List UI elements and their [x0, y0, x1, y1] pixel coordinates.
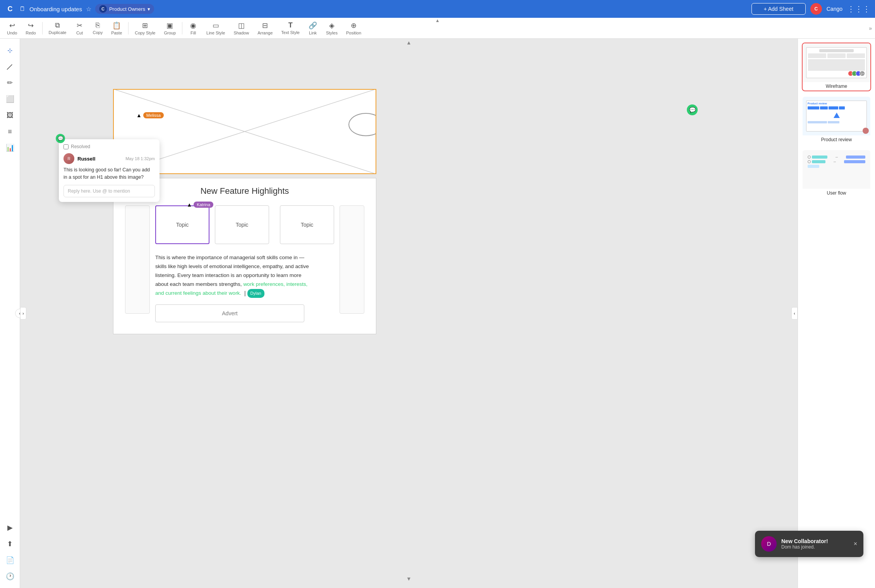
- group-button[interactable]: ▣ Group: [160, 20, 180, 37]
- comment-popup: 💬 Resolved R Russell May 18 1:32pm This …: [59, 139, 160, 202]
- user-flow-thumbnail: [803, 150, 870, 189]
- copy-style-label: Copy Style: [135, 31, 155, 35]
- right-panel-expand-button[interactable]: ‹: [791, 307, 798, 320]
- chevron-up-icon[interactable]: ▲: [406, 39, 412, 46]
- cut-label: Cut: [76, 31, 83, 35]
- fill-label: Fill: [190, 31, 196, 35]
- workspace-badge[interactable]: C Product Owners ▾: [95, 4, 154, 14]
- position-button[interactable]: ⊕ Position: [342, 20, 365, 37]
- sidebar-item-pencil[interactable]: ✏: [3, 76, 17, 90]
- topic-label-1: Topic: [176, 222, 189, 228]
- undo-button[interactable]: ↩ Undo: [3, 20, 21, 37]
- pr-block-5: [808, 121, 827, 123]
- sidebar-item-image[interactable]: 🖼: [3, 108, 17, 122]
- link-button[interactable]: 🔗 Link: [304, 20, 321, 37]
- sidebar-item-line[interactable]: |: [0, 57, 20, 77]
- sidebar-item-history[interactable]: 🕐: [3, 569, 17, 583]
- comment-reply-input[interactable]: Reply here. Use @ to mention: [63, 185, 155, 197]
- apps-grid-icon[interactable]: ⋮⋮⋮: [847, 4, 870, 14]
- section-heading: New Feature Highlights: [125, 186, 364, 196]
- copy-label: Copy: [93, 30, 103, 35]
- sheet-wireframe[interactable]: 2+ Wireframe: [802, 43, 871, 91]
- toolbar: ↩ Undo ↪ Redo ⧉ Duplicate ✂ Cut ⎘ Copy 📋…: [0, 18, 875, 39]
- line-style-icon: ▭: [213, 21, 219, 30]
- dylan-cursor: | Dylan: [244, 289, 264, 298]
- shadow-button[interactable]: ◫ Shadow: [230, 20, 253, 37]
- sidebar-item-chart[interactable]: 📊: [3, 141, 17, 155]
- sidebar-item-play[interactable]: ▶: [3, 521, 17, 535]
- sheet-user-flow[interactable]: User flow: [802, 149, 871, 198]
- pr-block-3: [829, 106, 838, 109]
- group-icon: ▣: [166, 21, 173, 30]
- text-style-button[interactable]: T Text Style: [277, 20, 304, 36]
- uf-thumb-content: [806, 154, 867, 185]
- topic-label-3: Topic: [301, 222, 314, 228]
- arrange-button[interactable]: ⊟ Arrange: [254, 20, 276, 37]
- document-title[interactable]: Onboarding updates: [29, 6, 82, 12]
- link-icon: 🔗: [309, 21, 317, 30]
- pr-title-text: Product review: [808, 102, 866, 105]
- sidebar-item-page[interactable]: 📄: [3, 553, 17, 567]
- add-sheet-button[interactable]: + Add Sheet: [751, 3, 806, 15]
- duplicate-icon: ⧉: [55, 21, 60, 29]
- redo-button[interactable]: ↪ Redo: [22, 20, 39, 37]
- main-layout: ⊹ | ✏ ⬜ 🖼 ≡ 📊 ▶ ⬆ 📄 🕐 ‹ ▲ 💬 ▲ Melissa: [0, 39, 875, 588]
- fill-icon: ◉: [190, 21, 196, 30]
- canvas-area[interactable]: ▲ 💬 ▲ Melissa 💬 Resolved R: [20, 39, 798, 588]
- wf-row-2: [808, 59, 865, 71]
- line-style-button[interactable]: ▭ Line Style: [202, 20, 229, 37]
- chevron-down-icon[interactable]: ▼: [406, 576, 412, 582]
- topic-grid: Topic ▲ Katrina Topic Topic: [155, 205, 334, 244]
- comment-popup-icon: 💬: [56, 134, 65, 143]
- pr-thumb-content: Product review: [806, 101, 867, 132]
- uf-sm-1: [808, 165, 819, 168]
- topic-box-2[interactable]: Topic: [215, 205, 269, 244]
- pr-triangle: [834, 113, 840, 118]
- body-text: This is where the importance of manageri…: [155, 253, 310, 298]
- toolbar-more[interactable]: »: [869, 25, 872, 31]
- fill-button[interactable]: ◉ Fill: [185, 20, 202, 37]
- wireframe-label: Wireframe: [803, 82, 870, 91]
- duplicate-label: Duplicate: [49, 30, 67, 35]
- toolbar-collapse-arrow[interactable]: ▲: [435, 18, 440, 23]
- comment-icon-canvas[interactable]: 💬: [687, 104, 698, 115]
- sidebar-item-select[interactable]: ⊹: [3, 43, 17, 57]
- comment-header: R Russell May 18 1:32pm: [63, 153, 155, 164]
- toast-avatar: D: [761, 536, 777, 552]
- wf-cell-3: [847, 53, 865, 58]
- sidebar-item-text[interactable]: ≡: [3, 125, 17, 138]
- copy-button[interactable]: ⎘ Copy: [89, 20, 106, 36]
- wf-cell-1: [808, 53, 826, 58]
- pr-avatar: [863, 128, 869, 134]
- resolved-checkbox[interactable]: [63, 144, 69, 149]
- link-label: Link: [309, 31, 317, 35]
- styles-label: Styles: [326, 31, 338, 35]
- toast-close-button[interactable]: ×: [854, 540, 857, 547]
- shadow-label: Shadow: [233, 31, 249, 35]
- toast-title: New Collaborator!: [781, 538, 828, 544]
- toast-subtitle: Dom has joined.: [781, 544, 828, 550]
- uf-dot-1: [808, 156, 811, 159]
- uf-bar-4: [844, 160, 865, 163]
- toast-text: New Collaborator! Dom has joined.: [781, 538, 828, 550]
- duplicate-button[interactable]: ⧉ Duplicate: [45, 20, 70, 36]
- sheet-product-review[interactable]: Product review: [802, 96, 871, 145]
- separator-1: [42, 22, 43, 34]
- topbar-right: + Add Sheet C Cango ⋮⋮⋮: [751, 3, 870, 15]
- sidebar-item-upload[interactable]: ⬆: [3, 537, 17, 551]
- pr-triangle-row: [808, 112, 866, 119]
- sidebar-item-shapes[interactable]: ⬜: [3, 92, 17, 106]
- wf-row-1: [808, 53, 865, 58]
- star-icon[interactable]: ☆: [86, 5, 91, 13]
- collaborator-toast: D New Collaborator! Dom has joined. ×: [755, 531, 863, 557]
- paste-button[interactable]: 📋 Paste: [107, 20, 126, 37]
- styles-button[interactable]: ◈ Styles: [322, 20, 341, 37]
- user-avatar: C: [810, 3, 822, 15]
- separator-3: [182, 22, 182, 34]
- cut-button[interactable]: ✂ Cut: [71, 20, 88, 37]
- pr-block-4: [839, 106, 845, 109]
- topic-box-1[interactable]: Topic: [155, 205, 209, 244]
- topic-box-3[interactable]: Topic: [280, 205, 334, 244]
- copy-style-button[interactable]: ⊞ Copy Style: [131, 20, 159, 37]
- left-panel-expand-button[interactable]: ›: [20, 307, 26, 320]
